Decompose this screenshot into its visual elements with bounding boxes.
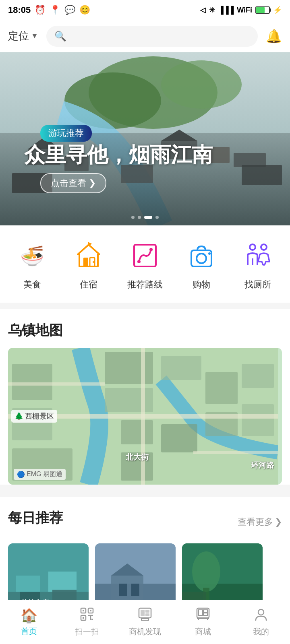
status-left: 18:05 ⏰ 📍 💬 😊 — [8, 5, 90, 15]
food-label: 美食 — [23, 279, 41, 291]
recommend-title: 每日推荐 — [8, 509, 63, 527]
route-label: 推荐路线 — [127, 279, 163, 291]
svg-rect-52 — [16, 576, 40, 592]
svg-rect-60 — [119, 584, 127, 596]
banner-view-button[interactable]: 点击查看 ❯ — [40, 173, 106, 193]
home-nav-icon: 🏠 — [21, 607, 37, 623]
view-more-label: 查看更多 — [238, 516, 273, 528]
mall-nav-icon — [196, 607, 210, 624]
svg-rect-85 — [203, 613, 207, 615]
status-icon-3: 😊 — [79, 5, 90, 15]
banner-dot-2 — [138, 216, 141, 219]
battery-fill — [256, 7, 265, 13]
nav-item-discover[interactable]: 商机发现 — [116, 607, 174, 637]
recommend-header: 每日推荐 查看更多 ❯ — [8, 509, 282, 535]
category-shop[interactable]: 购物 — [183, 237, 220, 291]
svg-rect-33 — [105, 352, 153, 384]
search-bar[interactable]: 🔍 — [46, 26, 258, 47]
status-right: ◁ ✳ ▐▐▐ WiFi ⚡ — [200, 6, 282, 14]
svg-point-25 — [149, 248, 153, 251]
svg-point-31 — [261, 244, 267, 250]
location-dropdown-icon: ▼ — [31, 32, 38, 40]
location-button[interactable]: 定位 ▼ — [8, 29, 38, 43]
charging-icon: ⚡ — [273, 6, 282, 14]
svg-rect-40 — [242, 364, 274, 388]
bluetooth-icon: ✳ — [209, 6, 215, 14]
search-icon: 🔍 — [54, 31, 66, 42]
map-section-title: 乌镇地图 — [8, 321, 282, 340]
bottom-nav-bar: 🏠 首页 扫一扫 — [0, 600, 290, 644]
svg-rect-35 — [12, 364, 52, 400]
svg-rect-61 — [131, 584, 139, 596]
svg-rect-71 — [90, 610, 91, 611]
location-label: 定位 — [8, 29, 29, 43]
svg-rect-75 — [91, 619, 93, 620]
svg-point-89 — [258, 609, 264, 615]
svg-rect-80 — [141, 619, 149, 620]
view-more-arrow-icon: ❯ — [275, 517, 282, 527]
nav-item-home[interactable]: 🏠 首页 — [0, 607, 58, 637]
svg-rect-78 — [145, 610, 149, 613]
svg-rect-53 — [48, 572, 77, 592]
food-icon: 🍜 — [14, 237, 50, 274]
banner-tag: 游玩推荐 — [40, 125, 92, 142]
category-route[interactable]: 推荐路线 — [127, 237, 163, 291]
svg-rect-12 — [234, 153, 266, 167]
route-icon — [127, 237, 163, 274]
status-icon-1: 📍 — [50, 5, 60, 15]
map-background: 🌲西栅景区 北大街 环河路 🔵 EMG 易图通 — [8, 348, 282, 485]
banner-section: 游玩推荐 众里寻他，烟雨江南 点击查看 ❯ — [0, 52, 290, 225]
map-ring-road-label: 环河路 — [251, 460, 274, 471]
svg-rect-37 — [121, 420, 153, 444]
category-food[interactable]: 🍜 美食 — [14, 237, 50, 291]
view-more-button[interactable]: 查看更多 ❯ — [238, 516, 282, 528]
banner-dot-3 — [144, 216, 152, 219]
notification-button[interactable]: 🔔 — [266, 29, 282, 44]
hotel-icon — [70, 237, 107, 274]
banner-button-label: 点击查看 — [51, 177, 86, 189]
svg-point-27 — [197, 254, 206, 263]
banner-dot-4 — [155, 216, 159, 219]
svg-point-29 — [250, 244, 255, 250]
scan-nav-label: 扫一扫 — [75, 626, 99, 637]
top-nav-bar: 定位 ▼ 🔍 🔔 — [0, 20, 290, 52]
location-icon: ◁ — [200, 6, 206, 14]
shop-label: 购物 — [193, 279, 210, 291]
svg-rect-84 — [203, 610, 207, 612]
category-hotel[interactable]: 住宿 — [70, 237, 107, 291]
bell-icon: 🔔 — [266, 29, 282, 43]
map-west-label: 🌲西栅景区 — [11, 410, 57, 423]
svg-point-2 — [161, 60, 242, 109]
svg-point-64 — [192, 551, 220, 592]
svg-rect-38 — [161, 356, 201, 380]
svg-rect-42 — [242, 404, 274, 436]
home-nav-label: 首页 — [21, 626, 37, 637]
svg-rect-83 — [199, 610, 203, 615]
status-bar: 18:05 ⏰ 📍 💬 😊 ◁ ✳ ▐▐▐ WiFi ⚡ — [0, 0, 290, 20]
map-container[interactable]: 🌲西栅景区 北大街 环河路 🔵 EMG 易图通 — [8, 348, 282, 485]
mall-nav-label: 商城 — [195, 626, 211, 637]
scan-nav-icon — [80, 607, 94, 624]
battery-indicator — [255, 6, 270, 14]
banner-background: 游玩推荐 众里寻他，烟雨江南 点击查看 ❯ — [0, 52, 290, 225]
banner-indicators — [131, 216, 159, 219]
profile-nav-icon — [254, 607, 268, 624]
svg-point-20 — [93, 261, 94, 263]
map-logo: 🔵 EMG 易图通 — [14, 469, 66, 480]
svg-rect-18 — [83, 258, 88, 266]
wifi-icon: WiFi — [237, 6, 252, 14]
category-toilet[interactable]: 找厕所 — [240, 237, 276, 291]
svg-rect-77 — [141, 610, 145, 616]
discover-nav-icon — [138, 607, 152, 624]
banner-dot-1 — [131, 216, 135, 219]
nav-item-scan[interactable]: 扫一扫 — [58, 607, 116, 637]
category-section: 🍜 美食 住宿 — [0, 225, 290, 303]
toilet-icon — [240, 237, 276, 274]
svg-text:🍜: 🍜 — [20, 244, 44, 267]
svg-rect-15 — [242, 165, 282, 185]
nav-item-profile[interactable]: 我的 — [232, 607, 290, 637]
svg-rect-34 — [105, 388, 153, 412]
svg-rect-72 — [83, 617, 84, 619]
nav-item-mall[interactable]: 商城 — [174, 607, 232, 637]
svg-rect-79 — [145, 613, 149, 616]
